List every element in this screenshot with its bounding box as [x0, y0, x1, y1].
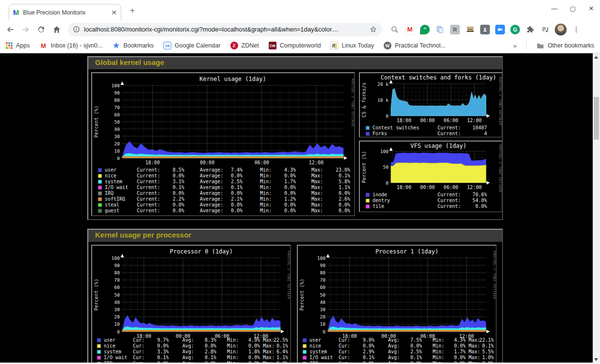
- gmail-extension-icon[interactable]: M: [404, 24, 416, 35]
- browser-menu-icon[interactable]: [570, 24, 582, 35]
- svg-text:0.1%: 0.1%: [482, 343, 494, 348]
- bookmark-linux-today[interactable]: lt Linux Today: [330, 42, 374, 49]
- window-close-icon[interactable]: ✕: [587, 5, 595, 12]
- scrollbar[interactable]: [593, 53, 600, 364]
- svg-text:Max:: Max:: [311, 185, 323, 190]
- svg-text:Current:: Current:: [137, 196, 160, 202]
- reload-button[interactable]: [34, 22, 49, 37]
- media-queue-extension-icon[interactable]: [539, 24, 551, 35]
- svg-text:Avg:: Avg:: [388, 349, 400, 354]
- r-extension-icon[interactable]: R: [449, 24, 461, 35]
- svg-text:VFS usage (1day): VFS usage (1day): [410, 142, 467, 149]
- back-button[interactable]: [3, 22, 17, 37]
- tab-close-icon[interactable]: ✕: [111, 9, 117, 16]
- svg-text:4.9%: 4.9%: [248, 337, 260, 343]
- home-button[interactable]: [49, 22, 64, 37]
- svg-text:Percent (%): Percent (%): [361, 151, 367, 183]
- bookmark-practical-technology[interactable]: W Practical Technol...: [384, 42, 446, 49]
- svg-text:RRDTOOL / TOBI OETIKER: RRDTOOL / TOBI OETIKER: [351, 79, 354, 127]
- svg-text:guest: guest: [105, 208, 119, 213]
- svg-text:1.7%: 1.7%: [454, 349, 466, 354]
- zoom-extension-icon[interactable]: [494, 24, 506, 35]
- url-text[interactable]: localhost:8080/monitorix-cgi/monitorix.c…: [84, 26, 365, 33]
- forward-icon: [21, 25, 31, 34]
- svg-text:90: 90: [114, 263, 120, 268]
- forward-button[interactable]: [18, 22, 33, 37]
- svg-text:0.0%: 0.0%: [173, 202, 184, 207]
- grammarly-extension-icon[interactable]: G: [509, 24, 521, 35]
- svg-text:Current:: Current:: [438, 198, 461, 203]
- copy-pages-extension-icon[interactable]: [434, 24, 446, 35]
- bookmark-apps[interactable]: Apps: [6, 42, 30, 49]
- bookmark-star-icon[interactable]: [369, 25, 377, 33]
- svg-text:8.5%: 8.5%: [173, 167, 184, 173]
- svg-text:0.1%: 0.1%: [363, 355, 374, 360]
- page-info-icon[interactable]: [73, 26, 80, 33]
- svg-text:18:00: 18:00: [397, 118, 411, 123]
- svg-text:Avg:: Avg:: [182, 349, 194, 354]
- svg-text:06:00: 06:00: [255, 160, 269, 165]
- svg-text:80: 80: [320, 270, 326, 275]
- new-tab-button[interactable]: +: [130, 6, 135, 16]
- bookmark-inbox[interactable]: M Inbox (16) - sjvn0...: [40, 42, 103, 49]
- scrollbar-down-arrow[interactable]: [594, 358, 598, 361]
- svg-text:12:00: 12:00: [467, 118, 482, 123]
- monitorix-favicon: M: [13, 8, 19, 16]
- svg-text:50: 50: [320, 292, 326, 298]
- bookmarks-overflow-chevron[interactable]: »: [513, 42, 517, 49]
- processor-1-chart: 18:0000:0006:0012:0001020304050607080901…: [298, 246, 496, 364]
- star-icon: ★: [113, 42, 120, 49]
- search-extension-icon[interactable]: [389, 24, 401, 35]
- svg-text:40: 40: [320, 300, 326, 305]
- bookmark-zdnet[interactable]: Z ZDNet: [230, 42, 259, 49]
- svg-text:Max:: Max:: [469, 343, 480, 348]
- svg-text:0.0%: 0.0%: [205, 343, 216, 348]
- svg-text:90: 90: [320, 263, 326, 268]
- bookmark-google-calendar[interactable]: 28 Google Calendar: [163, 42, 221, 49]
- processor-0-chart: 18:0000:0006:0012:0001020304050607080901…: [92, 246, 290, 364]
- svg-text:80: 80: [114, 97, 120, 103]
- scrollbar-thumb[interactable]: [594, 97, 599, 140]
- svg-text:18:00: 18:00: [145, 160, 160, 165]
- svg-text:30: 30: [320, 307, 326, 312]
- hangouts-extension-icon[interactable]: ”: [419, 24, 431, 35]
- svg-text:4: 4: [484, 131, 487, 136]
- svg-text:70.6%: 70.6%: [472, 192, 487, 197]
- browser-tab[interactable]: M Blue Precision Monitorix ✕: [9, 4, 121, 20]
- svg-text:Min:: Min:: [260, 179, 272, 184]
- svg-text:CS & forks/s: CS & forks/s: [361, 82, 367, 117]
- keeper-extension-icon[interactable]: [479, 24, 491, 35]
- svg-text:0: 0: [117, 156, 120, 161]
- window-minimize-icon[interactable]: —: [551, 5, 558, 12]
- svg-text:Cur:: Cur:: [339, 343, 350, 348]
- other-bookmarks[interactable]: Other bookmarks: [536, 42, 594, 49]
- bookmark-bookmarks[interactable]: ★ Bookmarks: [113, 42, 154, 49]
- window-maximize-icon[interactable]: ▢: [569, 5, 577, 12]
- extensions-puzzle-icon[interactable]: [524, 24, 536, 35]
- svg-text:50: 50: [114, 119, 120, 125]
- svg-text:nice: nice: [309, 343, 321, 348]
- svg-text:Cur:: Cur:: [339, 355, 350, 360]
- svg-text:Min:: Min:: [260, 208, 272, 213]
- scrollbar-up-arrow[interactable]: [594, 56, 598, 59]
- svg-text:Avg:: Avg:: [182, 343, 194, 348]
- svg-text:7.4%: 7.4%: [231, 167, 243, 173]
- svg-text:Context switches: Context switches: [373, 125, 419, 130]
- svg-text:0.0%: 0.0%: [339, 208, 350, 213]
- svg-text:Min:: Min:: [260, 202, 272, 207]
- address-bar[interactable]: localhost:8080/monitorix-cgi/monitorix.c…: [68, 23, 382, 36]
- svg-text:0.1%: 0.1%: [410, 355, 422, 360]
- books-stack-extension-icon[interactable]: [464, 24, 476, 35]
- svg-text:Cur:: Cur:: [339, 337, 350, 343]
- svg-text:Min:: Min:: [260, 173, 272, 178]
- svg-text:Avg:: Avg:: [388, 355, 400, 360]
- svg-text:Current:: Current:: [137, 190, 160, 196]
- bookmark-computerworld[interactable]: CW Computerworld: [269, 42, 321, 49]
- svg-text:Min:: Min:: [433, 337, 444, 343]
- svg-text:1.8%: 1.8%: [248, 349, 260, 354]
- profile-avatar[interactable]: [554, 23, 567, 36]
- svg-text:0.1%: 0.1%: [157, 355, 169, 360]
- svg-text:Max:: Max:: [311, 190, 323, 196]
- linux-today-icon: lt: [330, 42, 338, 49]
- svg-text:Max:: Max:: [263, 355, 275, 360]
